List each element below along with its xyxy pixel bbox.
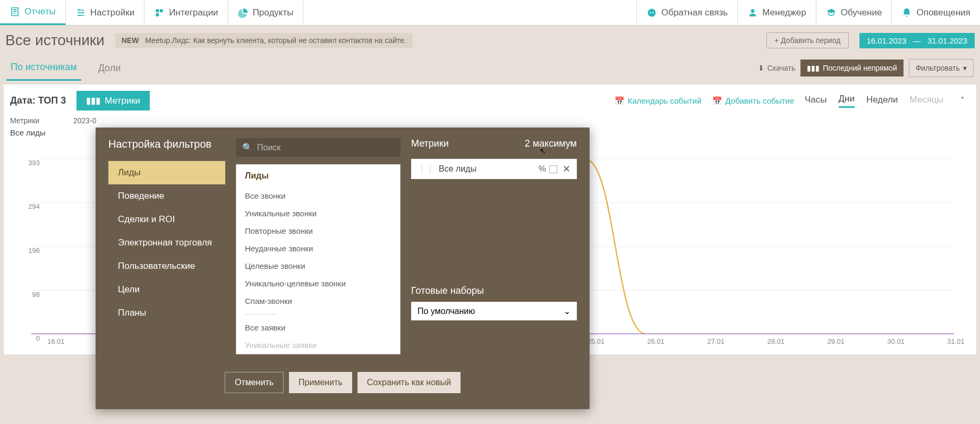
nav-reports[interactable]: Отчеты xyxy=(0,0,66,25)
panel-top: Дата: ТОП 3 ▮▮▮ Метрики 📅 Календарь собы… xyxy=(10,91,970,111)
metrics-list[interactable]: Лиды Все звонки Уникальные звонки Повтор… xyxy=(236,164,400,354)
remove-metric-button[interactable]: ✕ xyxy=(563,163,570,175)
category-list: Лиды Поведение Сделки и ROI Электронная … xyxy=(108,161,225,325)
puzzle-icon xyxy=(154,7,165,18)
metrics-button[interactable]: ▮▮▮ Метрики xyxy=(76,91,150,111)
legend-series-label: Все лиды xyxy=(10,128,46,137)
category-item-goals[interactable]: Цели xyxy=(108,278,225,301)
download-link[interactable]: ⬇ Скачать xyxy=(758,64,796,72)
news-banner[interactable]: NEW Meetup.Лидс: Как вернуть клиента, ко… xyxy=(115,33,413,48)
collapse-button[interactable]: ˄ xyxy=(955,94,970,108)
nav-label: Оповещения xyxy=(916,7,970,18)
save-as-new-button[interactable]: Сохранить как новый xyxy=(357,372,461,393)
popover-categories-col: Настройка фильтров Лиды Поведение Сделки… xyxy=(108,138,225,361)
svg-point-6 xyxy=(647,9,655,16)
drag-handle-icon[interactable]: ⋮⋮ xyxy=(417,164,434,174)
x-tick: 30.01 xyxy=(887,337,905,348)
percent-icon[interactable]: % xyxy=(539,164,546,174)
x-tick: 28.01 xyxy=(767,337,785,348)
attribution-button[interactable]: ▮▮▮ Последний непрямой xyxy=(800,60,903,77)
chevron-up-icon: ˄ xyxy=(960,96,965,106)
chat-icon xyxy=(646,7,657,18)
nav-integrations[interactable]: Интеграции xyxy=(144,0,228,25)
x-tick: 31.01 xyxy=(947,337,965,348)
subtab-shares[interactable]: Доли xyxy=(94,56,125,80)
calendar-label: Календарь событий xyxy=(628,96,702,105)
nav-manager[interactable]: Менеджер xyxy=(737,0,815,25)
popover-selected-col: Метрики 2 максимум ⋮⋮ Все лиды % ✕ Готов… xyxy=(411,138,577,361)
topbar: Отчеты Настройки Интеграции Продукты Обр… xyxy=(0,0,980,26)
subtabs-right: ⬇ Скачать ▮▮▮ Последний непрямой Фильтро… xyxy=(758,59,974,77)
nav-label: Интеграции xyxy=(169,7,218,18)
chevron-down-icon: ⌄ xyxy=(564,306,570,316)
time-tab-months: Месяцы xyxy=(910,95,943,107)
page-title: Все источники xyxy=(5,32,105,49)
metric-item[interactable]: Уникальные заявки xyxy=(236,336,400,354)
data-top-label: Дата: ТОП 3 xyxy=(10,95,66,106)
date-range[interactable]: 16.01.2023 — 31.01.2023 xyxy=(859,33,975,48)
nav-label: Продукты xyxy=(253,7,294,18)
time-tab-days[interactable]: Дни xyxy=(839,94,855,108)
metric-item[interactable]: Повторные звонки xyxy=(236,222,400,240)
svg-rect-5 xyxy=(156,13,159,16)
nav-products[interactable]: Продукты xyxy=(228,0,304,25)
nav-notifications[interactable]: Оповещения xyxy=(891,0,980,25)
time-tab-hours[interactable]: Часы xyxy=(805,95,827,107)
category-item-custom[interactable]: Пользовательские xyxy=(108,255,225,278)
attribution-label: Последний непрямой xyxy=(823,64,897,72)
add-event-link[interactable]: 📅 Добавить событие xyxy=(712,96,794,106)
columns-icon: ▮▮▮ xyxy=(86,95,100,106)
filter-button[interactable]: Фильтровать ▾ xyxy=(909,59,974,77)
category-item-plans[interactable]: Планы xyxy=(108,301,225,325)
metric-item[interactable]: Целевые звонки xyxy=(236,257,400,275)
category-item-leads[interactable]: Лиды xyxy=(108,161,225,184)
metric-item[interactable]: Спам-звонки xyxy=(236,292,400,310)
x-tick: 16.01 xyxy=(47,337,65,348)
subtab-sources[interactable]: По источникам xyxy=(6,55,81,81)
add-period-button[interactable]: + Добавить период xyxy=(766,32,848,48)
metric-item[interactable]: Все звонки xyxy=(236,187,400,205)
category-item-deals[interactable]: Сделки и ROI xyxy=(108,208,225,231)
x-tick: 26.01 xyxy=(647,337,665,348)
plus-icon: + xyxy=(774,36,779,45)
reports-icon xyxy=(10,6,20,17)
max-metrics-label: 2 максимум xyxy=(525,138,577,149)
time-tabs: Часы Дни Недели Месяцы ˄ xyxy=(805,94,970,108)
metric-item[interactable]: Уникально-целевые звонки xyxy=(236,275,400,292)
nav-label: Обратная связь xyxy=(661,7,728,18)
nav-feedback[interactable]: Обратная связь xyxy=(636,0,737,25)
presets-title: Готовые наборы xyxy=(411,285,577,296)
svg-rect-4 xyxy=(160,9,163,12)
category-item-ecommerce[interactable]: Электронная торговля xyxy=(108,231,225,255)
svg-point-0 xyxy=(78,9,80,11)
date-to: 31.01.2023 xyxy=(927,36,967,45)
calendar-plus-icon: 📅 xyxy=(712,96,722,106)
metric-checkbox[interactable] xyxy=(549,165,557,173)
nav-education[interactable]: Обучение xyxy=(816,0,892,25)
metric-item[interactable]: Неудачные звонки xyxy=(236,240,400,257)
metric-item[interactable]: Все заявки xyxy=(236,319,400,336)
cancel-button[interactable]: Отменить xyxy=(225,372,284,393)
search-input[interactable] xyxy=(257,143,394,152)
chart-meta: Метрики 2023-0 xyxy=(10,116,970,125)
time-tab-weeks[interactable]: Недели xyxy=(866,95,898,107)
selected-metric-row: ⋮⋮ Все лиды % ✕ xyxy=(411,159,577,179)
nav-right: Обратная связь Менеджер Обучение Оповеще… xyxy=(636,0,980,25)
funnel-icon: ▾ xyxy=(963,64,967,72)
news-text: Meetup.Лидс: Как вернуть клиента, которы… xyxy=(145,36,406,45)
apply-button[interactable]: Применить xyxy=(289,372,352,393)
nav-settings[interactable]: Настройки xyxy=(66,0,144,25)
metric-item[interactable]: Уникальные звонки xyxy=(236,205,400,222)
date-partial: 2023-0 xyxy=(73,116,97,125)
preset-select[interactable]: По умолчанию ⌄ xyxy=(411,302,577,320)
svg-point-1 xyxy=(81,12,83,13)
selected-metrics-title: Метрики xyxy=(411,138,449,149)
x-tick: 29.01 xyxy=(827,337,845,348)
bell-icon xyxy=(901,7,912,18)
calendar-link[interactable]: 📅 Календарь событий xyxy=(615,96,702,106)
subtabs-row: По источникам Доли ⬇ Скачать ▮▮▮ Последн… xyxy=(0,55,980,81)
search-box[interactable]: 🔍 xyxy=(236,138,400,157)
bars-icon: ▮▮▮ xyxy=(807,64,820,72)
nav-left: Отчеты Настройки Интеграции Продукты xyxy=(0,0,303,25)
category-item-behavior[interactable]: Поведение xyxy=(108,184,225,208)
